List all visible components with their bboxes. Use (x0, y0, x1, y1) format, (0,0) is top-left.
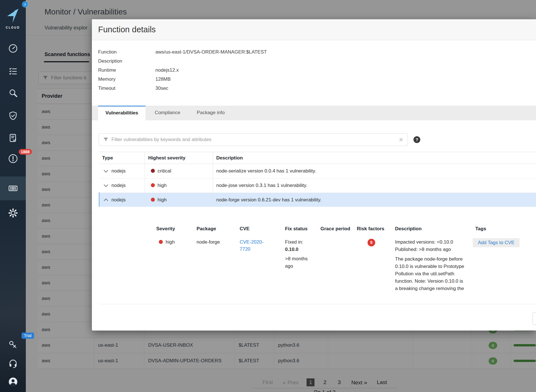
field-label: Timeout (98, 84, 155, 93)
sidebar-expand-button[interactable]: › (22, 1, 28, 7)
expand-chevron-icon[interactable] (104, 183, 108, 187)
field-label: Memory (98, 75, 155, 84)
vulnerability-row[interactable]: nodejshighnode-forge version 0.6.21-dev … (99, 193, 536, 207)
detail-column-header: Grace period (320, 226, 350, 232)
tab-package-info[interactable]: Package info (189, 106, 232, 120)
tab-vulnerabilities[interactable]: Vulnerabilities (98, 106, 145, 121)
detail-description: Impacted versions: <0.10.0 Published: >8… (395, 238, 466, 292)
key-icon (8, 340, 18, 350)
collapse-chevron-icon[interactable] (104, 199, 108, 203)
detail-fix-status: Fixed in: 0.10.0 >8 months ago (285, 238, 313, 270)
gauge-icon (8, 43, 18, 54)
help-icon[interactable]: ? (413, 136, 420, 143)
cve-link[interactable]: CVE-2020-7720 (240, 238, 272, 253)
shield-check-icon (8, 111, 18, 121)
field-value: aws/us-east-1/DVSA-ORDER-MANAGER:$LATEST (155, 49, 267, 55)
severity-dot (151, 169, 155, 173)
field-label: Description (98, 57, 155, 66)
filter-funnel-icon (104, 138, 108, 142)
column-header[interactable]: Highest severity (145, 152, 213, 164)
description-cell: node-jose version 0.3.1 has 1 vulnerabil… (213, 178, 536, 193)
detail-severity: high (156, 238, 175, 246)
sidebar-item-containers[interactable] (0, 176, 26, 200)
sidebar-item-search[interactable] (0, 81, 26, 105)
function-field: Description (98, 57, 267, 66)
detail-column-header: Risk factors (357, 226, 384, 232)
detail-column-header: Severity (156, 226, 175, 232)
field-value: nodejs12.x (155, 67, 179, 73)
risk-factors-badge[interactable]: 5 (368, 239, 375, 246)
field-label: Function (98, 48, 155, 57)
vulnerability-row[interactable]: nodejshighnode-jose version 0.3.1 has 1 … (99, 178, 536, 193)
detail-column-header: Package (197, 226, 216, 232)
published: Published: >8 months ago (395, 246, 466, 253)
severity-cell: high (145, 178, 213, 193)
vulnerabilities-filter-input[interactable]: Filter vulnerabilities by keywords and a… (99, 133, 408, 146)
container-icon (8, 183, 18, 193)
sidebar-item-security[interactable] (0, 104, 26, 128)
search-icon (8, 88, 18, 98)
detail-column-header: CVE (240, 226, 250, 232)
alert-icon (8, 154, 18, 164)
modal-header: Function details (92, 19, 536, 40)
vulnerability-types-table: TypeHighest severityDescription nodejscr… (99, 152, 536, 207)
tab-compliance[interactable]: Compliance (145, 106, 189, 120)
vulnerability-detail-panel: SeverityPackageCVEFix statusGrace period… (99, 207, 536, 304)
user-icon (8, 377, 18, 387)
report-check-icon (8, 133, 18, 143)
clear-filter-icon[interactable]: × (399, 136, 403, 144)
field-value: 30sec (155, 86, 168, 91)
trial-badge: Trial (22, 333, 34, 339)
detail-package: node-forge (197, 238, 220, 246)
sidebar-item-dashboard[interactable] (0, 37, 26, 60)
column-header[interactable]: Type (99, 152, 145, 164)
column-header[interactable]: Description (213, 152, 536, 164)
logo: CLOUD (0, 8, 26, 29)
type-cell: nodejs (99, 193, 145, 207)
type-cell: nodejs (99, 178, 145, 193)
headset-icon (8, 358, 18, 368)
sidebar-item-reports[interactable] (0, 126, 26, 150)
description-paragraph: The package node-forge before 0.10.0 is … (395, 255, 466, 292)
modal-corner-button[interactable] (533, 312, 536, 325)
detail-column-header: Description (395, 226, 422, 232)
gear-icon (8, 208, 18, 218)
detail-column-header: Tags (475, 226, 486, 232)
vulnerability-row[interactable]: nodejscriticalnode-serialize version 0.0… (99, 164, 536, 178)
sidebar-item-checklist[interactable] (0, 59, 26, 83)
severity-cell: critical (145, 164, 213, 178)
severity-dot (151, 198, 155, 202)
fix-label: Fixed in: (285, 238, 313, 246)
fix-version: 0.10.0 (285, 246, 313, 253)
logo-text: CLOUD (0, 26, 26, 29)
description-cell: node-forge version 0.6.21-dev has 1 vuln… (213, 193, 536, 207)
field-label: Runtime (98, 66, 155, 75)
severity-dot (151, 183, 155, 187)
modal-tab-bar: VulnerabilitiesCompliancePackage info (92, 106, 536, 120)
type-cell: nodejs (99, 164, 145, 178)
sidebar: CLOUD › (0, 0, 26, 392)
function-field: Timeout30sec (98, 84, 267, 93)
function-fields: Functionaws/us-east-1/DVSA-ORDER-MANAGER… (98, 48, 267, 93)
vulnerabilities-filter-placeholder: Filter vulnerabilities by keywords and a… (111, 137, 399, 142)
function-details-modal: Function details Functionaws/us-east-1/D… (92, 19, 536, 331)
sidebar-item-account[interactable] (0, 370, 26, 392)
sidebar-item-alerts[interactable]: 1888 (0, 147, 26, 171)
checklist-icon (8, 66, 18, 76)
severity-cell: high (145, 193, 213, 207)
expand-chevron-icon[interactable] (104, 168, 108, 173)
cloud-logo-icon (7, 8, 19, 23)
function-field: Functionaws/us-east-1/DVSA-ORDER-MANAGER… (98, 48, 267, 57)
add-tags-to-cve-button[interactable]: Add Tags to CVE (473, 238, 520, 247)
function-field: Runtimenodejs12.x (98, 66, 267, 75)
fix-age: >8 months ago (285, 255, 312, 270)
field-value: 128MB (155, 76, 171, 82)
severity-dot (159, 240, 163, 244)
impacted-versions: Impacted versions: <0.10.0 (395, 238, 466, 246)
modal-title: Function details (98, 25, 156, 34)
alerts-count-badge: 1888 (19, 149, 32, 155)
function-field: Memory128MB (98, 75, 267, 84)
description-cell: node-serialize version 0.0.4 has 1 vulne… (213, 164, 536, 178)
detail-column-header: Fix status (285, 226, 307, 232)
sidebar-item-settings[interactable] (0, 201, 26, 225)
